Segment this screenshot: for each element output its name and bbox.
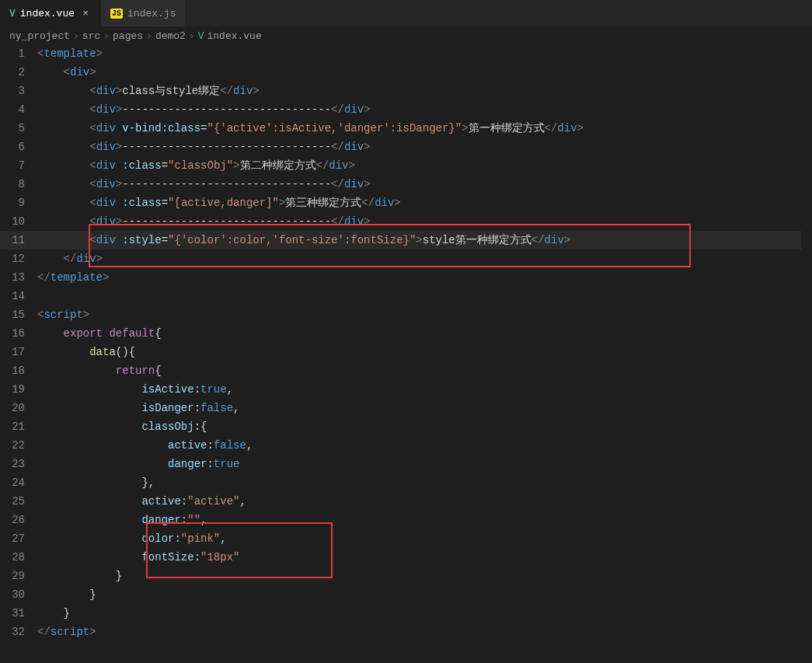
code-editor[interactable]: 1234567891011121314151617181920212223242… [0,44,812,663]
close-icon[interactable]: × [79,8,92,19]
code-line[interactable]: } [37,585,812,604]
tab-label: index.js [127,8,176,19]
line-number: 12 [0,249,25,268]
code-line[interactable]: <div>class与style绑定</div> [37,82,812,100]
line-number: 16 [0,324,25,343]
line-number: 15 [0,305,25,324]
code-line[interactable]: </template> [37,268,812,287]
line-number: 3 [0,82,25,100]
line-number: 13 [0,268,25,287]
line-number: 32 [0,623,25,641]
line-number: 26 [0,511,25,529]
code-line[interactable]: <div v-bind:class="{'active':isActive,'d… [37,119,812,138]
line-number: 4 [0,100,25,119]
code-line[interactable]: active:"active", [37,492,812,511]
breadcrumb-part[interactable]: demo2 [155,30,186,42]
breadcrumb-part[interactable]: src [82,30,100,42]
code-line[interactable]: data(){ [37,343,812,361]
line-number: 2 [0,63,25,82]
code-line[interactable]: classObj:{ [37,417,812,436]
chevron-right-icon: › [189,30,195,42]
tab-index-vue[interactable]: V index.vue × [0,0,101,26]
line-number: 20 [0,399,25,417]
vue-icon: V [198,30,204,42]
code-line[interactable]: isDanger:false, [37,399,812,417]
code-line[interactable]: <div>--------------------------------</d… [37,212,812,231]
line-number: 9 [0,194,25,212]
vertical-scrollbar[interactable] [801,44,812,663]
code-area[interactable]: <template> <div> <div>class与style绑定</div… [37,44,812,663]
line-number: 25 [0,492,25,511]
vue-icon: V [9,8,16,19]
line-number: 28 [0,548,25,567]
line-number: 18 [0,361,25,380]
line-number: 31 [0,604,25,623]
line-number: 10 [0,212,25,231]
line-number: 6 [0,138,25,156]
code-line[interactable]: <div :class="classObj">第二种绑定方式</div> [37,156,812,175]
tab-index-js[interactable]: JS index.js [101,0,185,26]
line-number: 21 [0,417,25,436]
breadcrumb-part[interactable]: ny_project [9,30,70,42]
code-line[interactable]: danger:"", [37,511,812,529]
line-number-gutter: 1234567891011121314151617181920212223242… [0,44,37,663]
code-line[interactable]: } [37,567,812,585]
code-line[interactable]: <div>--------------------------------</d… [37,175,812,194]
line-number: 19 [0,380,25,399]
code-line[interactable]: return{ [37,361,812,380]
code-line[interactable]: danger:true [37,455,812,473]
line-number: 1 [0,44,25,63]
breadcrumb-part[interactable]: pages [113,30,143,42]
breadcrumb-file[interactable]: index.vue [207,30,262,42]
code-line[interactable]: <div :class="[active,danger]">第三种绑定方式</d… [37,194,812,212]
line-number: 17 [0,343,25,361]
code-line[interactable]: <div>--------------------------------</d… [37,138,812,156]
breadcrumb: ny_project › src › pages › demo2 › V ind… [0,27,812,44]
code-line[interactable]: </script> [37,623,812,641]
line-number: 5 [0,119,25,138]
line-number: 24 [0,473,25,492]
code-line[interactable]: active:false, [37,436,812,455]
code-line[interactable]: <div> [37,63,812,82]
code-line[interactable]: } [37,604,812,623]
code-line[interactable]: </div> [37,249,812,268]
line-number: 23 [0,455,25,473]
tab-label: index.vue [20,8,75,19]
code-line[interactable]: <div :style="{'color':color,'font-size':… [37,231,812,249]
line-number: 22 [0,436,25,455]
line-number: 30 [0,585,25,604]
js-icon: JS [110,9,123,19]
code-line[interactable]: isActive:true, [37,380,812,399]
line-number: 27 [0,529,25,548]
code-line[interactable]: }, [37,473,812,492]
line-number: 11 [0,231,25,249]
code-line[interactable]: <template> [37,44,812,63]
code-line[interactable]: fontSize:"18px" [37,548,812,567]
code-line[interactable] [37,287,812,305]
code-line[interactable]: <script> [37,305,812,324]
line-number: 8 [0,175,25,194]
chevron-right-icon: › [146,30,152,42]
code-line[interactable]: export default{ [37,324,812,343]
chevron-right-icon: › [103,30,110,42]
line-number: 7 [0,156,25,175]
line-number: 29 [0,567,25,585]
code-line[interactable]: <div>--------------------------------</d… [37,100,812,119]
line-number: 14 [0,287,25,305]
chevron-right-icon: › [73,30,79,42]
code-line[interactable]: color:"pink", [37,529,812,548]
editor-tabs: V index.vue × JS index.js [0,0,812,27]
